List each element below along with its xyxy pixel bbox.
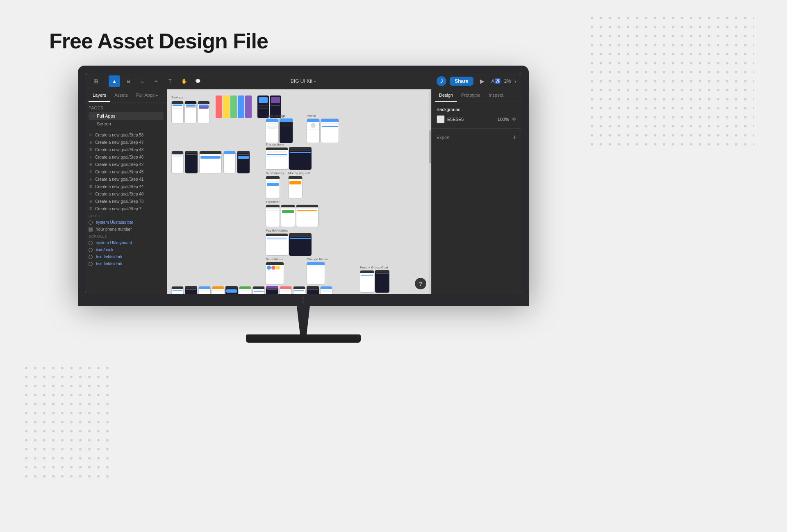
visibility-icon[interactable]: 👁 <box>512 116 516 122</box>
layer-item[interactable]: ⊞ Create a new goal/Step 42 <box>85 161 167 168</box>
imac-stand-base <box>246 334 361 343</box>
check-icon: ✓ <box>92 114 95 118</box>
canvas-frames-row-top: Savings <box>171 95 281 123</box>
grid-icon: ⊞ <box>89 162 93 167</box>
page-title: Free Asset Design File <box>49 29 268 53</box>
fixed-item-status-bar[interactable]: system UI/status bar <box>85 219 167 226</box>
canvas-frames-bottom <box>171 286 356 294</box>
tab-full-apps[interactable]: Full Apps ▸ <box>132 89 162 102</box>
tab-layers[interactable]: Layers <box>89 89 110 102</box>
grid-icon: ⊞ <box>89 206 93 211</box>
chevron-down-icon[interactable]: ▾ <box>314 79 316 84</box>
pages-header: Pages + <box>89 106 164 110</box>
layer-item[interactable]: ⊞ Create a new goal/Step 47 <box>85 139 167 146</box>
canvas-area[interactable]: Savings <box>167 89 431 294</box>
grid-icon: ⊞ <box>89 132 93 137</box>
canvas-label-money-request: Money request <box>288 171 310 198</box>
sub-item-screen[interactable]: Screen <box>89 120 164 127</box>
circle-layer-icon <box>89 221 93 225</box>
imac-screen: ⊞ ▲ ⊟ ▭ ✏ T ✋ 💬 BIG UI Kit ▾ J Share <box>85 73 521 294</box>
fixed-item-phone[interactable]: Your phone number <box>85 226 167 233</box>
file-name[interactable]: BIG UI Kit <box>291 78 312 84</box>
share-button[interactable]: Share <box>450 77 473 86</box>
background-section: Background E5E5E5 100% 👁 <box>432 102 521 129</box>
accessibility-icon[interactable]: A♿ <box>491 78 501 84</box>
circle-layer-icon <box>89 248 93 252</box>
pen-tool-icon[interactable]: ✏ <box>150 75 162 87</box>
left-panel: Layers Assets Full Apps ▸ Pages + ✓ Full… <box>85 89 167 294</box>
grid-icon: ⊞ <box>89 199 93 204</box>
tab-inspect[interactable]: Inspect <box>484 89 507 102</box>
export-label: Export <box>437 135 450 140</box>
play-button[interactable]: ▶ <box>477 75 488 87</box>
panel-tabs: Layers Assets Full Apps ▸ <box>85 89 167 102</box>
zoom-chevron-icon[interactable]: ▾ <box>514 79 516 84</box>
layer-item[interactable]: ⊞ Create a new goal/Step 41 <box>85 175 167 183</box>
layer-item[interactable]: ⊞ Create a new goal/Step 46 <box>85 153 167 161</box>
grid-icon: ⊞ <box>89 155 93 159</box>
fixed-section-label: FIXED <box>85 212 167 219</box>
color-hex-value[interactable]: E5E5E5 <box>447 117 495 122</box>
page-item-full-apps[interactable]: ✓ Full Apps <box>89 112 164 120</box>
canvas-frames-left <box>171 151 262 173</box>
export-section: Export + <box>432 129 521 146</box>
grid-icon: ⊞ <box>89 191 93 196</box>
circle-layer-icon <box>89 262 93 266</box>
opacity-value[interactable]: 100% <box>498 117 509 122</box>
canvas-label-profile: Profile <box>307 114 339 143</box>
figma-toolbar: ⊞ ▲ ⊟ ▭ ✏ T ✋ 💬 BIG UI Kit ▾ J Share <box>85 73 521 89</box>
right-panel: Design Prototype Inspect Background E5E5… <box>431 89 521 294</box>
hand-tool-icon[interactable]: ✋ <box>178 75 190 87</box>
layer-item[interactable]: ⊞ Create a new goal/Step 40 <box>85 190 167 198</box>
text-tool-icon[interactable]: T <box>164 75 176 87</box>
imac-bezel: ⊞ ▲ ⊟ ▭ ✏ T ✋ 💬 BIG UI Kit ▾ J Share <box>78 66 529 294</box>
scroll-item-keyboard[interactable]: system UI/keyboard <box>85 239 167 246</box>
layer-item[interactable]: ⊞ Create a new goal/Step 45 <box>85 168 167 175</box>
background-color-swatch[interactable] <box>437 115 445 123</box>
grid-icon: ⊞ <box>89 169 93 174</box>
canvas-label-feed-chat: Feed + Group Chat <box>360 266 389 293</box>
figma-logo-icon[interactable]: ⊞ <box>90 75 102 87</box>
scrollbar-thumb[interactable] <box>429 130 431 163</box>
zoom-level[interactable]: 2% <box>504 78 511 84</box>
canvas-label-card-settings: Card Settings <box>266 114 293 143</box>
tab-assets[interactable]: Assets <box>110 89 132 102</box>
scrolls-section-label: SCROLLS <box>85 233 167 239</box>
canvas-label-theme: Set a theme <box>266 257 284 284</box>
scroll-item-back[interactable]: icon/back <box>85 246 167 253</box>
scroll-item-text-dark-1[interactable]: text fields/dark <box>85 253 167 260</box>
toolbar-center: BIG UI Kit ▾ <box>291 78 316 84</box>
frame-tool-icon[interactable]: ⊟ <box>123 75 134 87</box>
canvas-label-transactions: Transactions <box>266 143 312 170</box>
layer-item[interactable]: ⊞ Create a new goal/Step 44 <box>85 183 167 190</box>
export-header: Export + <box>437 134 516 141</box>
scroll-item-text-dark-2[interactable]: text fields/dark <box>85 260 167 267</box>
dot-pattern-bottom-left <box>25 366 115 483</box>
grid-icon: ⊞ <box>89 177 93 182</box>
background-color-row: E5E5E5 100% 👁 <box>437 115 516 123</box>
layer-item[interactable]: ⊞ Create a new goal/Step 7 <box>85 205 167 212</box>
tab-design[interactable]: Design <box>435 89 457 102</box>
layer-item[interactable]: ⊞ Create a new goal/Step 58 <box>85 131 167 139</box>
canvas-label-change-theme: Change theme <box>307 257 328 284</box>
toolbar-right: J Share ▶ A♿ 2% ▾ <box>319 75 516 87</box>
svg-rect-1 <box>590 16 754 148</box>
add-export-button[interactable]: + <box>513 134 516 141</box>
tab-prototype[interactable]: Prototype <box>457 89 484 102</box>
add-page-icon[interactable]: + <box>161 106 164 110</box>
help-button[interactable]: ? <box>415 278 426 289</box>
select-tool-icon[interactable]: ▲ <box>109 75 120 87</box>
layer-item[interactable]: ⊞ Create a new goal/Step 73 <box>85 198 167 205</box>
dot-pattern-top-right <box>590 16 754 149</box>
figma-main-area: Layers Assets Full Apps ▸ Pages + ✓ Full… <box>85 89 521 294</box>
pages-section: Pages + ✓ Full Apps Screen <box>85 102 167 131</box>
imac-chin:  <box>78 294 529 306</box>
layer-item[interactable]: ⊞ Create a new goal/Step 43 <box>85 146 167 153</box>
comment-tool-icon[interactable]: 💬 <box>192 75 204 87</box>
grid-icon: ⊞ <box>89 147 93 152</box>
toolbar-left: ⊞ ▲ ⊟ ▭ ✏ T ✋ 💬 <box>90 75 287 87</box>
canvas-vertical-scrollbar[interactable] <box>429 89 431 294</box>
canvas-label-send-money: Send money <box>266 171 284 198</box>
shape-tool-icon[interactable]: ▭ <box>136 75 148 87</box>
background-title: Background <box>437 107 516 112</box>
